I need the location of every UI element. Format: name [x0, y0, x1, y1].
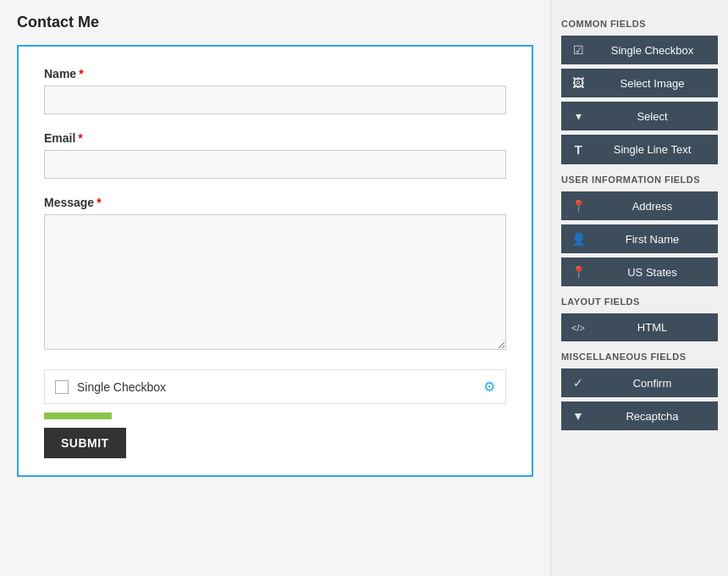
user-field-us-states[interactable]: 📍 US States — [561, 258, 718, 286]
single-checkbox-row: Single Checkbox ⚙ — [44, 369, 506, 404]
user-field-label-0: Address — [595, 200, 709, 213]
location-icon: 📍 — [570, 265, 587, 279]
submit-button[interactable]: SUBMIT — [44, 428, 126, 458]
progress-bar — [44, 413, 112, 419]
name-required-star: * — [79, 67, 83, 80]
name-input[interactable] — [44, 86, 506, 114]
form-wrapper: Name* Email* Message* Single Checkbox ⚙ — [17, 45, 533, 477]
email-label: Email* — [44, 131, 506, 145]
misc-field-label-0: Confirm — [595, 377, 709, 390]
common-field-label-3: Single Line Text — [595, 143, 709, 156]
layout-field-html[interactable]: </> HTML — [561, 313, 718, 341]
email-input[interactable] — [44, 150, 506, 179]
common-field-select-image[interactable]: 🖼 Select Image — [561, 69, 718, 97]
user-fields-header: USER INFORMATION FIELDS — [561, 174, 718, 185]
filter-icon: ▼ — [570, 409, 587, 423]
misc-field-confirm[interactable]: ✓ Confirm — [561, 368, 718, 397]
name-label: Name* — [44, 67, 506, 80]
page-title: Contact Me — [17, 14, 533, 31]
checkbox-box[interactable] — [55, 380, 69, 394]
user-field-address[interactable]: 📍 Address — [561, 191, 718, 220]
common-field-select[interactable]: ▾ Select — [561, 102, 718, 130]
message-required-star: * — [97, 196, 101, 209]
email-required-star: * — [78, 131, 82, 145]
layout-fields-header: LAYOUT FIELDS — [561, 296, 718, 307]
misc-fields-header: MISCELLANEOUS FIELDS — [561, 352, 718, 362]
common-field-single-line-text[interactable]: T Single Line Text — [561, 135, 718, 164]
message-textarea[interactable] — [44, 214, 506, 350]
common-fields-header: COMMON FIELDS — [561, 19, 718, 29]
common-field-label-1: Select Image — [595, 77, 709, 90]
checkbox-icon: ☑ — [570, 43, 587, 57]
message-field-group: Message* — [44, 196, 506, 352]
name-field-group: Name* — [44, 67, 506, 114]
user-field-label-2: US States — [595, 266, 709, 279]
misc-field-label-1: Recaptcha — [595, 410, 709, 423]
user-field-first-name[interactable]: 👤 First Name — [561, 224, 718, 253]
email-field-group: Email* — [44, 131, 506, 179]
chevron-down-icon: ▾ — [570, 109, 587, 123]
code-icon: </> — [570, 323, 587, 333]
common-field-label-2: Select — [595, 110, 709, 123]
confirm-icon: ✓ — [570, 376, 587, 390]
gear-icon[interactable]: ⚙ — [483, 379, 495, 395]
message-label: Message* — [44, 196, 506, 209]
checkbox-left: Single Checkbox — [55, 380, 166, 394]
person-icon: 👤 — [570, 232, 587, 246]
left-panel: Contact Me Name* Email* Message* — [0, 0, 550, 576]
text-icon: T — [570, 142, 587, 157]
right-panel: COMMON FIELDS ☑ Single Checkbox 🖼 Select… — [550, 0, 728, 576]
address-icon: 📍 — [570, 199, 587, 213]
user-field-label-1: First Name — [595, 233, 709, 246]
layout-field-label-0: HTML — [595, 321, 709, 334]
checkbox-label: Single Checkbox — [77, 380, 166, 394]
common-field-label-0: Single Checkbox — [595, 44, 709, 57]
image-icon: 🖼 — [570, 76, 587, 90]
common-field-single-checkbox[interactable]: ☑ Single Checkbox — [561, 36, 718, 64]
misc-field-recaptcha[interactable]: ▼ Recaptcha — [561, 402, 718, 430]
